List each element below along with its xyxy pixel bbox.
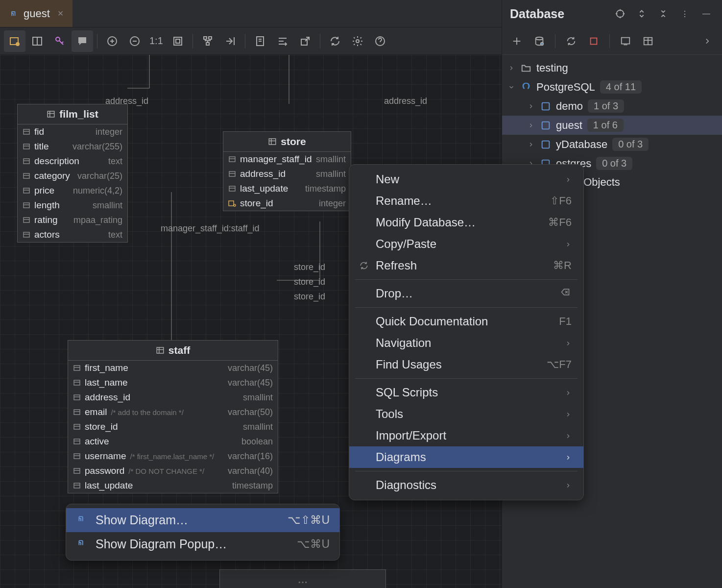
tool-align[interactable] bbox=[272, 30, 293, 52]
tree-arrow-icon[interactable] bbox=[528, 138, 535, 151]
tab-guest[interactable]: guest × bbox=[0, 0, 72, 27]
tree-arrow-icon[interactable] bbox=[508, 62, 516, 74]
svg-rect-70 bbox=[74, 439, 80, 444]
tree-arrow-icon[interactable] bbox=[528, 100, 535, 113]
context-menu: NewRename…⇧F6Modify Database…⌘F6Copy/Pas… bbox=[349, 164, 584, 500]
tool-fit[interactable] bbox=[167, 30, 189, 52]
tool-refresh[interactable] bbox=[324, 30, 346, 52]
menu-item-copy-paste[interactable]: Copy/Paste bbox=[349, 233, 583, 255]
datasource-props-button[interactable] bbox=[530, 32, 548, 50]
tool-layout[interactable] bbox=[197, 30, 218, 52]
tool-settings[interactable] bbox=[347, 30, 368, 52]
entity-header: … bbox=[220, 570, 385, 588]
tool-key[interactable] bbox=[49, 30, 71, 52]
target-icon[interactable] bbox=[612, 6, 628, 22]
entity-film-list[interactable]: film_list fidintegertitlevarchar(255)des… bbox=[17, 104, 128, 243]
menu-item-find-usages[interactable]: Find Usages⌥F7 bbox=[349, 354, 583, 375]
tool-structure-key[interactable] bbox=[4, 30, 25, 52]
entity-truncated[interactable]: … fid integer bbox=[219, 569, 386, 588]
add-button[interactable] bbox=[508, 32, 526, 50]
table-column: lengthsmallint bbox=[18, 198, 127, 213]
menu-item-modify-database-[interactable]: Modify Database…⌘F6 bbox=[349, 212, 583, 233]
entity-staff[interactable]: staff first_namevarchar(45)last_namevarc… bbox=[68, 340, 278, 493]
entity-store[interactable]: store manager_staff_idsmallintaddress_id… bbox=[223, 131, 351, 211]
menu-item-new[interactable]: New bbox=[349, 169, 583, 190]
close-icon[interactable]: × bbox=[58, 8, 64, 19]
menu-item-rename-[interactable]: Rename…⇧F6 bbox=[349, 190, 583, 212]
collapse-icon[interactable] bbox=[655, 6, 671, 22]
menu-label: Copy/Paste bbox=[376, 237, 559, 251]
menu-item-quick-documentation[interactable]: Quick DocumentationF1 bbox=[349, 311, 583, 332]
svg-point-4 bbox=[56, 37, 60, 41]
svg-rect-94 bbox=[542, 122, 550, 129]
tree-item-label: yDatabase bbox=[556, 138, 607, 151]
menu-item-refresh[interactable]: Refresh⌘R bbox=[349, 255, 583, 276]
tree-item-label: PostgreSQL bbox=[536, 81, 595, 94]
menu-item-tools[interactable]: Tools bbox=[349, 403, 583, 425]
svg-rect-42 bbox=[24, 218, 29, 222]
tree-badge: 0 of 3 bbox=[612, 138, 649, 151]
tree-item-postgresql[interactable]: PostgreSQL4 of 11 bbox=[502, 77, 722, 97]
submenu-item-show-diagram-popup-[interactable]: Show Diagram Popup…⌥⌘U bbox=[66, 532, 339, 556]
tree-badge: 0 of 3 bbox=[596, 157, 632, 170]
menu-shortcut: F1 bbox=[559, 315, 572, 328]
expand-icon[interactable] bbox=[634, 6, 650, 22]
column-icon bbox=[23, 187, 30, 195]
table-column: first_namevarchar(45) bbox=[68, 361, 278, 375]
submenu-shortcut: ⌥⇧⌘U bbox=[288, 514, 330, 527]
table-column: store_idsmallint bbox=[68, 419, 278, 434]
menu-item-navigation[interactable]: Navigation bbox=[349, 332, 583, 354]
tool-export[interactable] bbox=[294, 30, 316, 52]
menu-item-import-export[interactable]: Import/Export bbox=[349, 425, 583, 446]
chevron-right-icon[interactable] bbox=[698, 32, 716, 50]
menu-separator bbox=[355, 279, 578, 280]
column-icon bbox=[73, 393, 81, 401]
column-icon bbox=[23, 216, 30, 224]
column-icon bbox=[228, 170, 236, 178]
tree-arrow-icon[interactable] bbox=[528, 119, 535, 132]
table-column: descriptiontext bbox=[18, 154, 127, 169]
tool-comment[interactable] bbox=[72, 30, 93, 52]
tree-arrow-icon[interactable] bbox=[508, 81, 516, 94]
table-column: actorstext bbox=[18, 227, 127, 242]
chevron-right-icon bbox=[565, 429, 572, 442]
submenu-item-show-diagram-[interactable]: Show Diagram…⌥⇧⌘U bbox=[66, 508, 339, 532]
tool-notes[interactable] bbox=[249, 30, 271, 52]
menu-item-drop-[interactable]: Drop… bbox=[349, 283, 583, 304]
table-column: store_idinteger bbox=[223, 196, 351, 211]
menu-item-diagnostics[interactable]: Diagnostics bbox=[349, 474, 583, 496]
svg-rect-36 bbox=[24, 173, 29, 178]
svg-rect-89 bbox=[622, 37, 630, 44]
zoom-level[interactable]: 1:1 bbox=[146, 35, 166, 47]
menu-label: Modify Database… bbox=[376, 216, 542, 229]
more-icon[interactable]: ⋮ bbox=[677, 6, 693, 22]
minimize-icon[interactable]: — bbox=[698, 6, 714, 22]
svg-rect-64 bbox=[74, 395, 80, 400]
tool-zoom-out[interactable] bbox=[124, 30, 145, 52]
tree-item-mydatabase[interactable]: yDatabase0 of 3 bbox=[502, 135, 722, 154]
svg-rect-46 bbox=[269, 139, 276, 145]
refresh-button[interactable] bbox=[562, 32, 580, 50]
tool-zoom-in[interactable] bbox=[101, 30, 123, 52]
tree-item-icon bbox=[540, 120, 551, 131]
stop-button[interactable] bbox=[585, 32, 602, 50]
column-icon bbox=[23, 231, 30, 239]
tree-item-demo[interactable]: demo1 of 3 bbox=[502, 97, 722, 116]
table-view-button[interactable] bbox=[639, 32, 657, 50]
tool-help[interactable] bbox=[369, 30, 391, 52]
tool-layout-split[interactable] bbox=[26, 30, 48, 52]
menu-item-sql-scripts[interactable]: SQL Scripts bbox=[349, 382, 583, 403]
submenu-label: Show Diagram Popup… bbox=[96, 537, 291, 551]
table-column: pricenumeric(4,2) bbox=[18, 183, 127, 198]
svg-rect-66 bbox=[74, 410, 80, 415]
menu-label: SQL Scripts bbox=[376, 386, 559, 399]
svg-rect-34 bbox=[24, 159, 29, 164]
menu-item-diagrams[interactable]: Diagrams bbox=[349, 446, 583, 468]
tool-route[interactable] bbox=[219, 30, 241, 52]
key-icon bbox=[228, 199, 236, 207]
jump-to-console-button[interactable] bbox=[617, 32, 634, 50]
tree-item-guest[interactable]: guest1 of 6 bbox=[502, 116, 722, 135]
tree-item-testing[interactable]: testing bbox=[502, 59, 722, 77]
menu-label: Import/Export bbox=[376, 429, 559, 442]
column-icon bbox=[73, 364, 81, 372]
